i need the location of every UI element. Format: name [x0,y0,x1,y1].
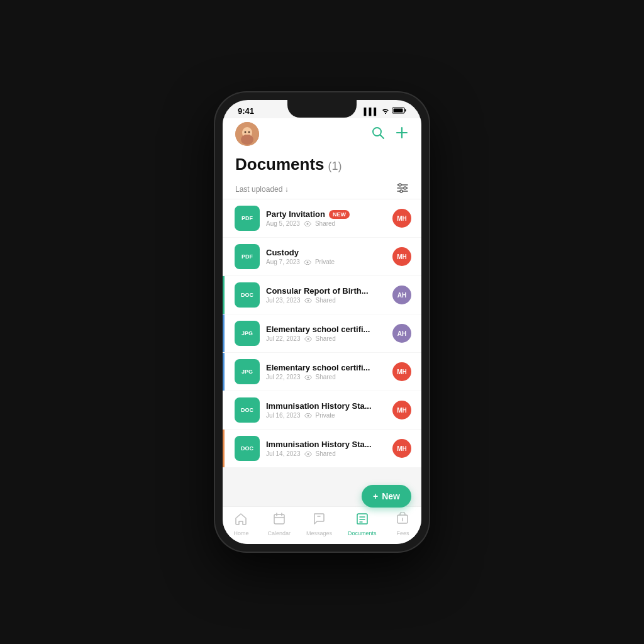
svg-rect-2 [394,109,403,113]
doc-name: Immunisation History Sta... [266,440,372,449]
doc-name: Elementary school certifi... [266,325,370,334]
nav-label-home: Home [233,530,248,536]
header-icons [371,126,409,143]
doc-visibility: Shared [315,220,335,227]
doc-visibility: Private [315,258,335,265]
doc-type-badge: JPG [235,321,260,346]
list-item[interactable]: DOC Immunisation History Sta... Jul 16, … [223,391,421,429]
status-icons: ▌▌▌ [364,107,406,115]
svg-point-16 [404,187,406,189]
fab-label: New [382,491,400,501]
nav-label-messages: Messages [306,530,332,536]
doc-meta: Jul 14, 2023 Shared [266,450,387,457]
nav-label-fees: Fees [396,530,409,536]
doc-date: Jul 22, 2023 [266,374,301,380]
doc-name: Consular Report of Birth... [266,286,369,296]
sort-filter-row: Last uploaded ↓ [223,179,421,199]
svg-point-20 [307,299,309,301]
list-item[interactable]: JPG Elementary school certifi... Jul 22,… [223,353,421,391]
nav-icon-calendar [272,512,286,529]
doc-visibility: Shared [316,374,336,380]
doc-type-badge: DOC [235,436,260,461]
nav-item-fees[interactable]: Fees [387,512,418,536]
doc-date: Aug 7, 2023 [266,258,300,265]
doc-visibility: Shared [316,450,336,457]
doc-type-badge: DOC [235,282,260,308]
doc-info: Elementary school certifi... Jul 22, 202… [266,325,387,342]
nav-item-documents[interactable]: Documents [343,512,382,536]
doc-visibility: Private [316,412,335,419]
doc-date: Jul 16, 2023 [266,412,301,419]
nav-item-messages[interactable]: Messages [301,512,337,536]
bottom-nav: Home Calendar Messages Documents Fees [223,506,421,544]
svg-point-17 [400,190,402,192]
doc-meta: Jul 22, 2023 Shared [266,374,387,380]
eye-icon [304,413,312,418]
list-item[interactable]: PDF Party Invitation NEW Aug 5, 2023 Sha… [223,199,421,237]
svg-point-15 [399,184,401,186]
list-item[interactable]: JPG Elementary school certifi... Jul 22,… [223,314,421,352]
svg-line-9 [380,135,384,138]
page-title-count: (1) [328,160,342,173]
phone-screen: 9:41 ▌▌▌ [223,100,421,544]
owner-avatar: AH [392,286,411,304]
eye-icon [304,375,312,380]
doc-date: Jul 22, 2023 [266,335,301,342]
doc-name-row: Immunisation History Sta... [266,440,387,449]
doc-name-row: Custody [266,248,387,257]
new-fab-button[interactable]: + New [362,485,411,508]
doc-type-badge: DOC [235,397,260,423]
eye-icon [304,221,311,226]
add-button[interactable] [395,126,409,143]
doc-meta: Jul 23, 2023 Shared [266,297,387,304]
list-item[interactable]: DOC Immunisation History Sta... Jul 14, … [223,430,421,467]
owner-avatar: AH [392,324,411,343]
doc-meta: Aug 5, 2023 Shared [266,220,387,227]
svg-point-22 [307,376,309,378]
doc-name: Elementary school certifi... [266,363,370,372]
nav-icon-fees [396,512,409,529]
owner-avatar: MH [392,209,411,228]
svg-point-18 [306,223,308,225]
svg-point-7 [241,135,253,145]
eye-icon [304,336,312,341]
owner-avatar: MH [392,362,411,381]
doc-meta: Jul 16, 2023 Private [266,412,387,419]
doc-info: Immunisation History Sta... Jul 16, 2023… [266,401,387,419]
svg-rect-25 [274,514,284,524]
page-title-row: Documents (1) [235,155,409,174]
nav-icon-messages [312,512,326,529]
nav-item-calendar[interactable]: Calendar [262,512,296,536]
page-title: Documents [235,155,325,174]
doc-info: Elementary school certifi... Jul 22, 202… [266,363,387,380]
doc-meta: Aug 7, 2023 Private [266,258,387,265]
doc-date: Aug 5, 2023 [266,220,300,227]
list-item[interactable]: DOC Consular Report of Birth... Jul 23, … [223,276,421,314]
svg-point-6 [248,131,250,133]
doc-date: Jul 23, 2023 [266,297,301,304]
signal-icon: ▌▌▌ [364,108,379,115]
doc-info: Consular Report of Birth... Jul 23, 2023… [266,286,387,304]
avatar[interactable] [235,122,259,146]
doc-type-badge: JPG [235,359,260,384]
owner-avatar: MH [392,401,411,419]
nav-item-home[interactable]: Home [225,512,257,536]
doc-type-badge: PDF [235,206,260,231]
search-button[interactable] [371,126,385,143]
eye-icon [304,260,311,265]
sort-label[interactable]: Last uploaded ↓ [235,185,289,194]
doc-name: Custody [266,248,299,257]
doc-info: Party Invitation NEW Aug 5, 2023 Shared [266,209,387,227]
doc-name-row: Consular Report of Birth... [266,286,387,296]
doc-name-row: Party Invitation NEW [266,209,387,219]
svg-rect-1 [405,109,406,112]
new-badge: NEW [329,210,350,219]
doc-info: Custody Aug 7, 2023 Private [266,248,387,265]
filter-button[interactable] [396,183,409,195]
wifi-icon [381,108,390,115]
svg-point-23 [307,414,309,416]
eye-icon [304,298,312,303]
phone-shell: 9:41 ▌▌▌ [215,92,429,552]
nav-icon-home [234,512,248,529]
list-item[interactable]: PDF Custody Aug 7, 2023 Private MH [223,238,421,275]
